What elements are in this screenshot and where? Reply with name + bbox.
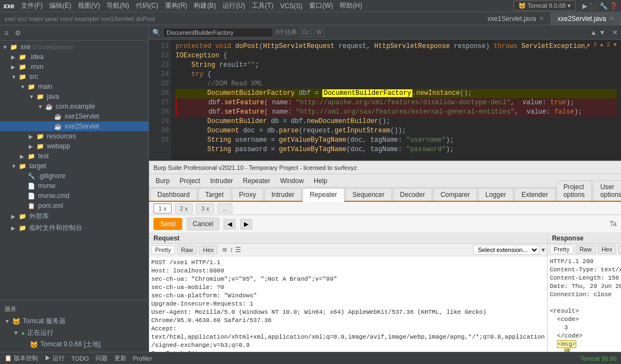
repeater-tab-3[interactable]: 3 x bbox=[196, 204, 214, 213]
prev-match-btn[interactable]: ▲ bbox=[590, 29, 597, 36]
tree-item-mvn[interactable]: ▶ 📁 .mvn bbox=[0, 62, 148, 72]
tree-item-java[interactable]: ▼ 📁 java bbox=[0, 92, 148, 101]
menu-tools[interactable]: 工具(T) bbox=[252, 1, 273, 10]
request-content[interactable]: POST /xxe1 HTTP/1.1 Host: localhost:8080… bbox=[149, 256, 547, 364]
running-status-item[interactable]: ▼ ● 正在运行 bbox=[0, 327, 148, 339]
collapse-all-icon[interactable]: ≡ bbox=[2, 28, 10, 38]
search-input[interactable] bbox=[163, 28, 273, 38]
req-line-3: sec-ch-ua: "Chromium";v="95", ";Not A Br… bbox=[151, 275, 545, 283]
close-tab-icon[interactable]: ✕ bbox=[609, 15, 614, 22]
burp-next-btn[interactable]: ▶ bbox=[240, 219, 252, 229]
burp-tab-target[interactable]: Target bbox=[198, 188, 231, 201]
resp-line-1: HTTP/1.1 200 bbox=[550, 258, 621, 266]
tab-xxe2servlet[interactable]: xxe2Servlet.java ✕ bbox=[551, 12, 621, 25]
tree-item-idea[interactable]: ▶ 📁 .idea bbox=[0, 52, 148, 62]
tomcat-server-item[interactable]: ▼ 🐱 Tomcat 服务器 bbox=[0, 315, 148, 327]
tree-item-comexample[interactable]: ▼ ☕ com.example bbox=[0, 101, 148, 111]
req-tool-icon2[interactable]: ↕ bbox=[230, 246, 233, 254]
req-tab-hex[interactable]: Hex bbox=[199, 245, 218, 254]
burp-tab-decoder[interactable]: Decoder bbox=[393, 188, 432, 201]
burp-tab-intruder[interactable]: Intruder bbox=[264, 188, 301, 201]
repeater-tab-1[interactable]: 1 x bbox=[153, 204, 172, 213]
tree-root[interactable]: ▼ 📁 xxe D:\code\java\xxe bbox=[0, 42, 148, 52]
burp-tab-extender[interactable]: Extender bbox=[514, 188, 555, 201]
tree-item-tempfiles[interactable]: ▶ 📁 临时文件和控制台 bbox=[0, 222, 148, 234]
tab-xxe1servlet[interactable]: xxe1Servlet.java ✕ bbox=[481, 12, 551, 25]
settings-icon[interactable]: ⚙ bbox=[13, 28, 23, 38]
tree-item-xxe1servlet[interactable]: ☕ xxe1Servlet bbox=[0, 111, 148, 121]
burp-tab-repeater[interactable]: Repeater bbox=[302, 188, 344, 202]
tree-item-xxe2servlet[interactable]: ☕ xxe2Servlet bbox=[0, 121, 148, 131]
req-tool-icon1[interactable]: ≋ bbox=[222, 246, 227, 254]
profiler-btn[interactable]: Profiler bbox=[133, 355, 152, 362]
req-tool-icon3[interactable]: ☰ bbox=[235, 246, 241, 254]
burp-menu-project[interactable]: Project bbox=[175, 176, 204, 186]
update-btn[interactable]: 更新 bbox=[114, 354, 126, 362]
burp-menu-intruder[interactable]: Intruder bbox=[206, 176, 237, 186]
burp-tab-logger[interactable]: Logger bbox=[478, 188, 513, 201]
burp-tab-proxy[interactable]: Proxy bbox=[232, 188, 263, 201]
run-btn[interactable]: ▶ 运行 bbox=[45, 354, 65, 362]
select-extension-dropdown[interactable]: Select extension... bbox=[473, 245, 539, 255]
resp-tab-render[interactable]: Render bbox=[618, 245, 621, 254]
next-match-btn[interactable]: ▼ bbox=[599, 29, 606, 36]
tree-item-mvnw[interactable]: 📄 mvnw bbox=[0, 181, 148, 191]
tree-item-externallib[interactable]: ▶ 📁 外部库 bbox=[0, 211, 148, 222]
req-line-10: text/html,application/xhtml+xml,applicat… bbox=[151, 333, 545, 341]
tree-item-target[interactable]: ▼ 📁 target bbox=[0, 161, 148, 171]
burp-menu-help[interactable]: Help bbox=[309, 176, 332, 186]
word-match-btn[interactable]: W bbox=[314, 28, 324, 37]
burp-tab-project-options[interactable]: Project options bbox=[556, 180, 592, 201]
tree-item-test[interactable]: ▶ 📁 test bbox=[0, 151, 148, 161]
burp-tab-sequencer[interactable]: Sequencer bbox=[346, 188, 392, 201]
burp-prev-btn[interactable]: ◀ bbox=[224, 219, 236, 229]
tree-item-main[interactable]: ▼ 📁 main bbox=[0, 82, 148, 92]
tomcat-indicator[interactable]: 🐱 Tomcat 9.0.68 ▾ bbox=[513, 1, 576, 11]
repeater-tab-more[interactable]: ... bbox=[217, 204, 232, 213]
version-control-btn[interactable]: 📋 版本控制 bbox=[4, 354, 38, 362]
burp-menu-burp[interactable]: Burp bbox=[151, 176, 174, 186]
menu-help[interactable]: 帮助(H) bbox=[339, 1, 362, 10]
burp-tab-dashboard[interactable]: Dashboard bbox=[150, 188, 197, 201]
burp-send-button[interactable]: Send bbox=[153, 218, 182, 230]
close-tab-icon[interactable]: ✕ bbox=[539, 15, 544, 22]
match-case-btn[interactable]: Cc bbox=[299, 28, 311, 37]
tree-item-mvnwcmd[interactable]: 📄 mvnw.cmd bbox=[0, 191, 148, 201]
tree-item-webapp[interactable]: ▶ 📁 webapp bbox=[0, 141, 148, 151]
close-search-btn[interactable]: ✕ bbox=[612, 29, 618, 36]
tree-item-src[interactable]: ▼ 📁 src bbox=[0, 72, 148, 82]
tree-item-resources[interactable]: ▶ 📁 resources bbox=[0, 131, 148, 141]
burp-cancel-button[interactable]: Cancel bbox=[187, 217, 219, 231]
burp-tab-user-options[interactable]: User options bbox=[593, 180, 621, 201]
todo-btn[interactable]: TODO bbox=[71, 355, 89, 362]
menu-code[interactable]: 代码(C) bbox=[136, 1, 158, 10]
menu-build[interactable]: 构建(B) bbox=[194, 1, 216, 10]
tree-item-gitignore[interactable]: 🔧 .gitignore bbox=[0, 171, 148, 181]
menu-vcs[interactable]: VCS(S) bbox=[280, 2, 302, 10]
menu-window[interactable]: 窗口(W) bbox=[309, 1, 333, 10]
burp-menu-repeater[interactable]: Repeater bbox=[238, 176, 274, 186]
menu-edit[interactable]: 编辑(E) bbox=[49, 1, 71, 10]
tomcat-instance-item[interactable]: 🐱 Tomcat 9.0.68 [土地] bbox=[0, 339, 148, 350]
burp-tab-comparer[interactable]: Comparer bbox=[433, 188, 477, 201]
code-text[interactable]: protected void doPost(HttpServletRequest… bbox=[171, 40, 621, 160]
menu-view[interactable]: 视图(V) bbox=[78, 1, 100, 10]
repeater-tab-2[interactable]: 2 x bbox=[175, 204, 193, 213]
problems-btn[interactable]: 问题 bbox=[95, 354, 108, 362]
code-line-28: DocumentBuilder db = dbf.newDocumentBuil… bbox=[176, 117, 617, 126]
req-tab-raw[interactable]: Raw bbox=[177, 245, 197, 254]
req-tab-pretty[interactable]: Pretty bbox=[151, 245, 175, 254]
tree-label-externallib: 外部库 bbox=[29, 212, 49, 221]
resp-tab-hex[interactable]: Hex bbox=[598, 245, 617, 254]
breadcrumb: xxe/ src/ main/ java/ com/ example/ xxe1… bbox=[0, 15, 160, 22]
burp-menu-window[interactable]: Window bbox=[275, 176, 308, 186]
menu-refactor[interactable]: 重构(R) bbox=[165, 1, 188, 10]
menu-file[interactable]: 文件(F) bbox=[21, 1, 43, 10]
resp-tab-raw[interactable]: Raw bbox=[576, 245, 596, 254]
menu-run[interactable]: 运行(U) bbox=[222, 1, 245, 10]
tab-label: Ta bbox=[609, 220, 617, 228]
dropdown-arrow-icon[interactable]: ▾ bbox=[542, 246, 545, 254]
tree-item-pomxml[interactable]: 📋 pom.xml bbox=[0, 201, 148, 211]
resp-tab-pretty[interactable]: Pretty bbox=[550, 245, 574, 254]
menu-navigate[interactable]: 导航(N) bbox=[107, 1, 129, 10]
